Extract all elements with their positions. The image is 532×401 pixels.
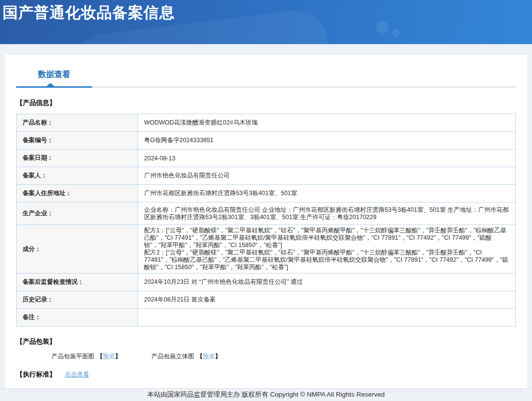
product-info-table: 产品名称： WODWOD花漾微醺渐变腮红02#乌木玫瑰 备案编号： 粤G妆网备字…: [16, 114, 516, 326]
packaging-items: 产品包装平面图【预览】 产品包装立体图【预览】: [16, 352, 516, 361]
row-label: 生产企业：: [17, 202, 138, 225]
row-label: 备案人：: [17, 167, 138, 185]
bracket-close: 】: [215, 353, 221, 360]
row-label: 备案日期：: [17, 150, 138, 167]
row-label: 备注：: [17, 309, 138, 326]
packaging-item-3d: 产品包装立体图【预览】: [151, 353, 221, 360]
bracket-close: 】: [115, 353, 121, 360]
table-row: 备注：: [17, 309, 516, 326]
table-row: 生产企业： 企业名称：广州市艳色化妆品有限责任公司 企业地址：广州市花都区新雅街…: [17, 202, 516, 225]
row-value: [138, 309, 516, 326]
row-value: 2024-08-13: [138, 150, 516, 167]
footer: 本站由国家药品监督管理局主办 版权所有 Copyright © NMPA All…: [0, 388, 532, 401]
row-label: 备案人住所地址：: [17, 185, 138, 202]
row-label: 历史记录：: [17, 291, 138, 309]
row-value: 2024年10月23日 对 “广州市艳色化妆品有限责任公司” 通过: [138, 274, 516, 291]
preview-link-3d[interactable]: 预览: [203, 353, 215, 360]
row-value: WODWOD花漾微醺渐变腮红02#乌木玫瑰: [138, 114, 516, 132]
table-row: 备案人： 广州市艳色化妆品有限责任公司: [17, 167, 516, 185]
row-value: 粤G妆网备字2024333651: [138, 132, 516, 150]
packaging-item-label: 产品包装立体图: [151, 353, 194, 360]
packaging-item-flat: 产品包装平面图【预览】: [51, 353, 123, 360]
page-header: 国产普通化妆品备案信息: [0, 0, 532, 44]
table-row: 成分： 配方1：["云母"，"硬脂酸镁"，"聚二甲基硅氧烷"，"硅石"，"聚甲基…: [17, 225, 516, 274]
tab-active-underline: [16, 86, 92, 88]
row-label: 备案后监督检查情况：: [17, 274, 138, 291]
row-label: 产品名称：: [17, 114, 138, 132]
row-value: 企业名称：广州市艳色化妆品有限责任公司 企业地址：广州市花都区新雅街石塘村庄贤路…: [138, 202, 516, 225]
table-row: 备案后监督检查情况： 2024年10月23日 对 “广州市艳色化妆品有限责任公司…: [17, 274, 516, 291]
tab-underline: [16, 86, 516, 88]
table-row: 备案编号： 粤G妆网备字2024333651: [17, 132, 516, 150]
row-value: 广州市花都区新雅街石塘村庄贤路53号3栋401室、501室: [138, 185, 516, 202]
table-row: 历史记录： 2024年08月21日 首次备案: [17, 291, 516, 309]
row-value: 配方1：["云母"，"硬脂酸镁"，"聚二甲基硅氧烷"，"硅石"，"聚甲基丙烯酸甲…: [138, 225, 516, 274]
packaging-item-label: 产品包装平面图: [51, 353, 95, 360]
section-title-product-info: 【产品信息】: [16, 99, 516, 107]
standards-title: 【执行标准】: [16, 371, 56, 378]
bracket-open: 【: [97, 353, 103, 360]
table-row: 备案日期： 2024-08-13: [17, 150, 516, 167]
row-value: 广州市艳色化妆品有限责任公司: [138, 167, 516, 185]
footer-text: 本站由国家药品监督管理局主办 版权所有 Copyright © NMPA All…: [147, 391, 385, 398]
standards-view-link[interactable]: 点击查看: [65, 371, 89, 378]
bracket-open: 【: [196, 353, 203, 360]
table-row: 产品名称： WODWOD花漾微醺渐变腮红02#乌木玫瑰: [17, 114, 516, 132]
row-value: 2024年08月21日 首次备案: [138, 291, 516, 309]
header-decorative-dot: [392, 29, 400, 37]
section-title-packaging: 【产品包装】: [16, 337, 516, 346]
row-label: 成分：: [17, 225, 138, 274]
tab-active-indicator: [47, 83, 54, 86]
content-card: 数据查看 【产品信息】 产品名称： WODWOD花漾微醺渐变腮红02#乌木玫瑰 …: [5, 55, 527, 389]
standards-row: 【执行标准】点击查看: [16, 370, 516, 379]
row-label: 备案编号：: [17, 132, 138, 150]
table-row: 备案人住所地址： 广州市花都区新雅街石塘村庄贤路53号3栋401室、501室: [17, 185, 516, 202]
header-decorative-dot: [376, 21, 389, 33]
preview-link-flat[interactable]: 预览: [103, 353, 115, 360]
tab-bar: 数据查看: [16, 55, 516, 88]
